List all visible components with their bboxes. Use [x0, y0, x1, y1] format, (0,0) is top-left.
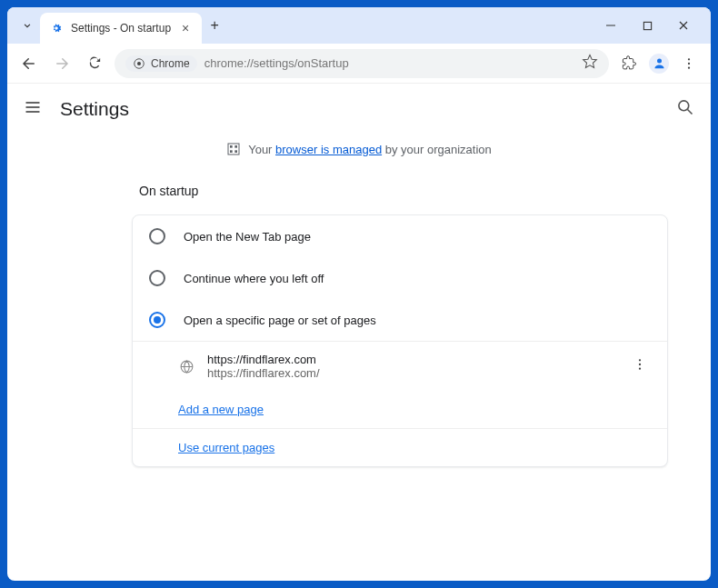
- maximize-button[interactable]: [638, 16, 656, 35]
- svg-point-3: [137, 61, 141, 65]
- search-icon: [676, 98, 694, 116]
- profile-button[interactable]: [649, 54, 669, 74]
- person-icon: [653, 56, 666, 70]
- reload-icon: [87, 55, 103, 71]
- star-icon: [582, 54, 598, 70]
- svg-rect-14: [235, 150, 238, 153]
- search-button[interactable]: [676, 98, 694, 120]
- browser-tab[interactable]: Settings - On startup ×: [40, 13, 202, 44]
- svg-rect-11: [230, 145, 233, 148]
- svg-point-8: [679, 101, 689, 111]
- option-new-tab[interactable]: Open the New Tab page: [133, 215, 667, 257]
- arrow-right-icon: [54, 55, 70, 72]
- settings-gear-icon: [49, 21, 64, 35]
- puzzle-icon: [622, 55, 637, 71]
- startup-page-url: https://findflarex.com/: [207, 366, 616, 380]
- managed-link[interactable]: browser is managed: [275, 143, 382, 156]
- option-continue[interactable]: Continue where you left off: [133, 257, 667, 299]
- option-specific-pages[interactable]: Open a specific page or set of pages: [133, 299, 667, 341]
- startup-page-row: https://findflarex.com https://findflare…: [133, 342, 667, 391]
- close-tab-button[interactable]: ×: [178, 21, 193, 35]
- svg-rect-13: [230, 150, 233, 153]
- globe-icon: [178, 358, 194, 374]
- forward-button[interactable]: [49, 51, 75, 76]
- svg-point-6: [688, 62, 690, 64]
- svg-line-9: [688, 110, 693, 115]
- startup-card: Open the New Tab page Continue where you…: [132, 214, 668, 467]
- bookmark-button[interactable]: [582, 54, 598, 74]
- browser-menu-button[interactable]: [676, 51, 702, 76]
- page-title: Settings: [60, 98, 129, 120]
- svg-point-16: [639, 359, 641, 361]
- chrome-icon: [133, 57, 145, 70]
- svg-rect-10: [228, 144, 239, 154]
- svg-rect-1: [643, 22, 651, 29]
- radio-button-selected[interactable]: [149, 312, 165, 328]
- close-window-button[interactable]: [674, 16, 693, 35]
- radio-button[interactable]: [149, 228, 165, 244]
- radio-button[interactable]: [149, 270, 165, 286]
- startup-page-title: https://findflarex.com: [207, 353, 616, 366]
- back-button[interactable]: [16, 51, 42, 76]
- window-titlebar: Settings - On startup × +: [7, 7, 711, 44]
- svg-point-7: [688, 66, 690, 68]
- vertical-dots-icon: [682, 56, 696, 71]
- section-title: On startup: [132, 171, 668, 214]
- secure-chip[interactable]: Chrome: [125, 55, 197, 72]
- svg-point-5: [688, 58, 690, 60]
- page-row-menu-button[interactable]: [629, 354, 651, 379]
- vertical-dots-icon: [633, 357, 647, 372]
- settings-content: Your browser is managed by your organiza…: [7, 135, 711, 581]
- tab-title: Settings - On startup: [71, 22, 171, 35]
- managed-banner: Your browser is managed by your organiza…: [7, 135, 711, 171]
- hamburger-icon: [24, 98, 42, 116]
- reload-button[interactable]: [82, 51, 107, 76]
- url-text: chrome://settings/onStartup: [204, 56, 349, 70]
- organization-icon: [226, 142, 241, 156]
- svg-point-17: [639, 364, 641, 365]
- settings-header: Settings: [7, 84, 711, 135]
- address-bar[interactable]: Chrome chrome://settings/onStartup: [115, 49, 609, 78]
- extensions-button[interactable]: [616, 51, 642, 76]
- use-current-pages-link[interactable]: Use current pages: [178, 441, 274, 454]
- arrow-left-icon: [21, 55, 37, 72]
- minimize-button[interactable]: [602, 16, 620, 35]
- tab-search-dropdown[interactable]: [15, 13, 40, 38]
- new-tab-button[interactable]: +: [202, 13, 227, 38]
- browser-toolbar: Chrome chrome://settings/onStartup: [7, 44, 711, 84]
- add-page-link[interactable]: Add a new page: [178, 403, 264, 416]
- svg-rect-12: [235, 145, 238, 148]
- menu-button[interactable]: [24, 98, 42, 120]
- svg-point-4: [657, 59, 662, 64]
- svg-point-18: [639, 368, 641, 370]
- chevron-down-icon: [21, 19, 34, 32]
